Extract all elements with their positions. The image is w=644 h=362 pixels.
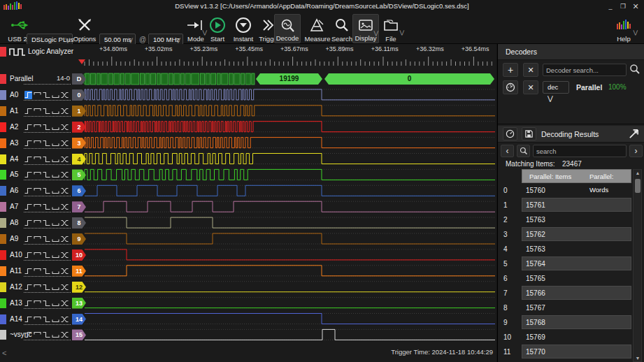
trigger-high-level-icon[interactable]	[34, 235, 41, 243]
channel-name[interactable]: A8	[10, 215, 18, 231]
channel-color-swatch[interactable]	[0, 186, 6, 196]
channel-tag[interactable]: 2	[72, 122, 86, 133]
trigger-high-level-icon[interactable]	[34, 315, 41, 324]
channel-tag[interactable]: 4	[72, 154, 86, 165]
col-parallel-items[interactable]: Parallel: Items	[529, 170, 571, 183]
result-row[interactable]: 115761	[498, 198, 631, 212]
result-search-button[interactable]	[517, 145, 530, 157]
decoder-name-label[interactable]: Parallel	[576, 81, 602, 94]
trigger-rising-edge-icon[interactable]	[24, 107, 32, 115]
trigger-low-level-icon[interactable]	[52, 315, 59, 324]
scroll-up-icon[interactable]: ▲	[634, 171, 642, 175]
result-row[interactable]: 415763	[498, 242, 631, 256]
results-table-header[interactable]: Parallel: Items Parallel: Words	[522, 169, 631, 183]
trigger-high-level-icon[interactable]	[34, 331, 41, 339]
results-search-input[interactable]	[533, 145, 627, 157]
channel-tag[interactable]: 1	[72, 106, 86, 117]
channel-name[interactable]: A9	[10, 231, 18, 247]
result-row[interactable]: 1015769	[498, 330, 631, 345]
results-options-button[interactable]	[503, 127, 517, 140]
prev-result-button[interactable]: ‹	[501, 145, 514, 157]
trigger-any-edge-icon[interactable]	[61, 171, 69, 179]
decoder-annotation[interactable]: 0	[324, 73, 494, 85]
channel-color-swatch[interactable]	[0, 122, 6, 132]
close-button[interactable]: ✕	[630, 0, 641, 13]
channel-tag[interactable]: 15	[72, 329, 86, 340]
next-result-button[interactable]: ›	[629, 145, 643, 157]
trigger-any-edge-icon[interactable]	[61, 219, 69, 227]
trigger-any-edge-icon[interactable]	[61, 187, 69, 195]
channel-color-swatch[interactable]	[0, 314, 6, 324]
trigger-falling-edge-icon[interactable]	[43, 107, 50, 115]
trigger-low-level-icon[interactable]	[52, 171, 59, 179]
result-row[interactable]: 215763	[498, 212, 631, 227]
channel-color-swatch[interactable]	[0, 234, 6, 244]
result-row[interactable]: 315762	[498, 227, 631, 242]
trigger-high-level-icon[interactable]	[34, 299, 41, 307]
trigger-low-level-icon[interactable]	[52, 91, 59, 99]
channel-tag[interactable]: 7	[72, 201, 86, 212]
trigger-low-level-icon[interactable]	[52, 331, 59, 339]
trigger-rising-edge-icon[interactable]	[24, 251, 32, 259]
channel-tag[interactable]: 5	[72, 169, 86, 180]
trigger-low-level-icon[interactable]	[52, 299, 59, 307]
trigger-any-edge-icon[interactable]	[61, 267, 69, 275]
trigger-low-level-icon[interactable]	[52, 187, 59, 195]
remove-all-decoders-button[interactable]: ✕	[523, 63, 538, 77]
options-button[interactable]: Options	[70, 14, 99, 43]
decoder-options-button[interactable]	[503, 80, 518, 94]
trigger-high-level-icon[interactable]	[34, 219, 41, 227]
trigger-low-level-icon[interactable]	[52, 219, 59, 227]
trigger-falling-edge-icon[interactable]	[43, 187, 50, 195]
trigger-any-edge-icon[interactable]	[61, 155, 69, 164]
trigger-falling-edge-icon[interactable]	[43, 155, 50, 164]
trigger-any-edge-icon[interactable]	[61, 139, 69, 147]
scroll-down-icon[interactable]: ▼	[634, 356, 642, 361]
trigger-any-edge-icon[interactable]	[61, 107, 69, 115]
trigger-falling-edge-icon[interactable]	[43, 171, 50, 179]
trigger-any-edge-icon[interactable]	[61, 91, 69, 99]
trigger-high-level-icon[interactable]	[34, 123, 41, 131]
channel-tag[interactable]: 0	[72, 89, 86, 101]
channel-tag[interactable]: 13	[72, 298, 86, 309]
trigger-any-edge-icon[interactable]	[61, 235, 69, 243]
trigger-any-edge-icon[interactable]	[61, 299, 69, 307]
channel-color-swatch[interactable]	[0, 138, 6, 148]
channel-color-swatch[interactable]	[0, 218, 6, 228]
decoder-annotation[interactable]: 19199	[256, 73, 322, 85]
waveform-view[interactable]: Logic Analyzer +34.80ms+35.02ms+35.23ms+…	[0, 44, 496, 362]
trigger-low-level-icon[interactable]	[52, 203, 59, 211]
trigger-any-edge-icon[interactable]	[61, 123, 69, 131]
trigger-low-level-icon[interactable]	[52, 123, 59, 131]
trigger-low-level-icon[interactable]	[52, 107, 59, 115]
trigger-low-level-icon[interactable]	[52, 155, 59, 164]
trigger-high-level-icon[interactable]	[34, 139, 41, 147]
trigger-high-level-icon[interactable]	[34, 251, 41, 259]
file-button[interactable]: ⋁ File	[380, 14, 401, 43]
trigger-any-edge-icon[interactable]	[61, 331, 69, 339]
channel-tag[interactable]: 12	[72, 282, 86, 293]
restore-button[interactable]: ❐	[617, 0, 629, 13]
trigger-rising-edge-icon[interactable]	[24, 267, 32, 275]
trigger-low-level-icon[interactable]	[52, 235, 59, 243]
trigger-rising-edge-icon[interactable]	[24, 235, 32, 243]
trigger-rising-edge-icon[interactable]	[24, 123, 32, 131]
trigger-rising-edge-icon[interactable]	[24, 139, 32, 147]
channel-tag[interactable]: 10	[72, 249, 86, 261]
instant-button[interactable]: Instant	[229, 14, 257, 43]
channel-name[interactable]: A7	[10, 199, 18, 215]
channel-name[interactable]: A6	[10, 183, 18, 198]
trigger-rising-edge-icon[interactable]	[24, 91, 32, 99]
result-row[interactable]: 715766	[498, 286, 631, 301]
trigger-low-level-icon[interactable]	[52, 283, 59, 291]
channel-tag[interactable]: 8	[72, 217, 86, 229]
channel-name[interactable]: A10	[10, 247, 22, 263]
channel-tag[interactable]: 14	[72, 314, 86, 325]
channel-name[interactable]: A5	[10, 167, 18, 182]
channel-name[interactable]: A12	[10, 280, 22, 295]
result-row[interactable]: 015760	[498, 183, 631, 198]
result-row[interactable]: 515764	[498, 256, 631, 271]
channel-tag[interactable]: 6	[72, 185, 86, 196]
result-row[interactable]: 1115770	[498, 345, 631, 359]
trigger-rising-edge-icon[interactable]	[24, 331, 32, 339]
